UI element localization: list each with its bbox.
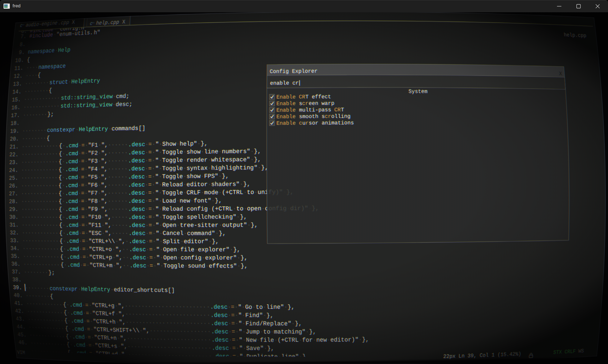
svg-text:·: ·	[78, 222, 82, 229]
svg-text:·: ·	[146, 254, 150, 261]
svg-text:·: ·	[85, 222, 88, 229]
svg-text:=: =	[81, 182, 85, 189]
svg-text:9.: 9.	[19, 49, 25, 56]
svg-text:effects": effects"	[209, 263, 237, 269]
svg-text:·: ·	[219, 222, 222, 229]
svg-text:·: ·	[145, 149, 149, 156]
svg-text:·: ·	[291, 320, 295, 327]
svg-text:=: =	[149, 230, 152, 236]
svg-text:·: ·	[313, 337, 316, 344]
svg-text:{: {	[59, 190, 62, 197]
svg-text:·: ·	[85, 150, 88, 157]
svg-text:s: s	[299, 101, 302, 107]
svg-text:·: ·	[98, 174, 101, 180]
svg-text:",: ",	[104, 214, 111, 221]
svg-text:·: ·	[86, 262, 90, 268]
svg-text:=: =	[231, 312, 235, 319]
svg-text:},: },	[267, 345, 274, 352]
svg-text:",: ",	[105, 222, 112, 229]
svg-text:=: =	[149, 254, 153, 261]
svg-text:desc: desc	[116, 101, 129, 108]
svg-text:editor": editor"	[184, 238, 208, 245]
svg-text:Reload: Reload	[162, 206, 183, 213]
svg-text:·: ·	[229, 336, 232, 344]
svg-text:view: view	[99, 101, 113, 108]
svg-text:············: ············	[21, 198, 58, 205]
svg-text:.desc: .desc	[128, 173, 145, 180]
svg-text:·: ·	[98, 206, 101, 213]
svg-text:·: ·	[176, 222, 180, 228]
svg-text:39,: 39,	[468, 353, 477, 359]
svg-text:"F11: "F11	[88, 222, 101, 229]
svg-text:·: ·	[152, 141, 155, 148]
svg-text:.cmd: .cmd	[70, 317, 83, 324]
svg-text:{: {	[60, 254, 64, 260]
svg-text:=: =	[81, 174, 85, 181]
svg-text:},: },	[212, 238, 219, 245]
svg-text:": "	[156, 230, 159, 236]
svg-text:46.: 46.	[18, 339, 28, 346]
svg-text:·: ·	[159, 189, 162, 196]
svg-text:·: ·	[85, 182, 88, 189]
svg-text:·: ·	[62, 198, 65, 205]
svg-text:},: },	[241, 254, 248, 261]
svg-text:············: ············	[23, 253, 60, 260]
svg-text:Enable: Enable	[277, 120, 296, 126]
svg-text:"CTRL+m: "CTRL+m	[89, 262, 113, 269]
svg-text:13.: 13.	[13, 81, 22, 87]
svg-text:·: ·	[250, 148, 254, 155]
svg-text:h": h"	[94, 29, 100, 36]
svg-text:············: ············	[21, 158, 58, 166]
svg-text:": "	[239, 337, 243, 344]
svg-text:············: ············	[127, 343, 167, 351]
svg-text:·: ·	[183, 148, 187, 155]
svg-text:c: c	[299, 120, 302, 126]
svg-text:············: ············	[165, 311, 206, 319]
svg-text:": "	[155, 198, 159, 204]
svg-text:42.: 42.	[15, 308, 25, 315]
svg-text:········: ········	[25, 79, 49, 87]
svg-text:44.: 44.	[16, 323, 26, 330]
svg-text:Toggle: Toggle	[163, 262, 184, 269]
svg-text:38.: 38.	[12, 277, 22, 283]
svg-text:};: };	[48, 269, 55, 276]
svg-text:·: ·	[208, 157, 211, 163]
svg-text:=: =	[148, 206, 152, 212]
svg-text:(+CTRL: (+CTRL	[211, 205, 233, 212]
svg-text:Save": Save"	[246, 345, 264, 352]
svg-text:·: ·	[160, 246, 163, 253]
svg-text:·: ·	[228, 320, 232, 327]
svg-text:14.: 14.	[12, 89, 22, 95]
svg-text:u: u	[302, 120, 306, 126]
svg-text:············: ············	[22, 214, 58, 221]
svg-text:·: ·	[284, 304, 287, 311]
svg-text:": "	[239, 345, 243, 352]
svg-text:(15.42%): (15.42%)	[497, 351, 521, 358]
svg-text:·: ·	[180, 238, 184, 245]
svg-text:.cmd: .cmd	[65, 182, 78, 189]
svg-text:·: ·	[98, 158, 101, 165]
svg-text:············: ············	[22, 222, 58, 228]
svg-text:·: ·	[240, 181, 243, 188]
svg-text:37.: 37.	[12, 269, 21, 275]
svg-text:"CTRL+f: "CTRL+f	[92, 310, 115, 317]
svg-text:············: ············	[127, 335, 166, 342]
svg-text:·: ·	[113, 262, 116, 269]
svg-text:Toggle: Toggle	[162, 165, 183, 172]
svg-text:Toggle: Toggle	[162, 214, 183, 220]
svg-text:Toggle: Toggle	[162, 173, 183, 180]
svg-text:·: ·	[183, 206, 187, 212]
svg-text:STX: STX	[553, 349, 562, 356]
svg-text:·: ·	[183, 214, 187, 220]
svg-text:·: ·	[86, 254, 89, 260]
svg-text:·: ·	[160, 254, 163, 261]
svg-text:to: to	[236, 205, 243, 212]
svg-text:······: ······	[108, 150, 128, 156]
svg-text:.cmd: .cmd	[67, 254, 80, 260]
svg-text:new: new	[316, 336, 327, 344]
svg-text:.desc: .desc	[128, 230, 146, 237]
svg-text:·: ·	[159, 141, 162, 148]
svg-text:·: ·	[206, 304, 210, 311]
svg-text:············: ············	[125, 319, 166, 326]
svg-text:·: ·	[237, 263, 241, 269]
